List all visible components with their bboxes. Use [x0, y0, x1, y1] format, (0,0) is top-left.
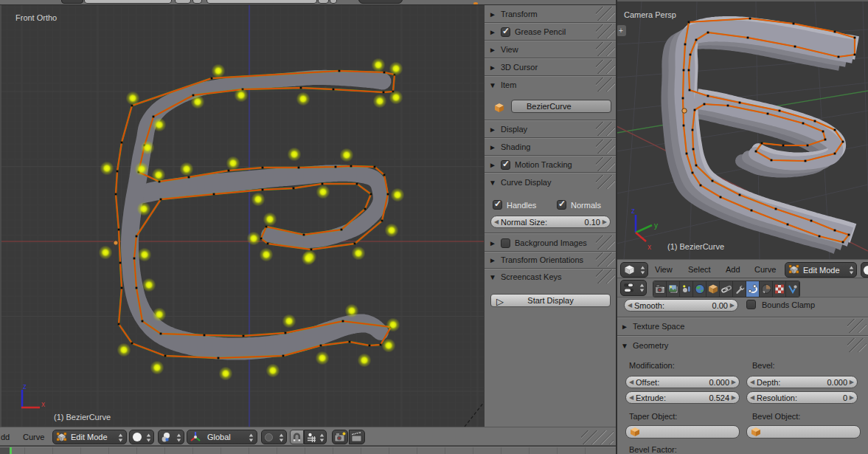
svg-text:y: y	[654, 221, 658, 230]
svg-text:x: x	[647, 243, 651, 251]
svg-text:(1) BezierCurve: (1) BezierCurve	[54, 413, 111, 422]
svg-text:z: z	[23, 382, 27, 391]
svg-text:Camera Persp: Camera Persp	[624, 10, 676, 19]
svg-text:+: +	[619, 27, 623, 35]
svg-text:Front Ortho: Front Ortho	[15, 13, 57, 22]
svg-text:(1) BezierCurve: (1) BezierCurve	[667, 242, 724, 251]
svg-text:z: z	[631, 207, 635, 215]
svg-text:x: x	[41, 400, 45, 408]
